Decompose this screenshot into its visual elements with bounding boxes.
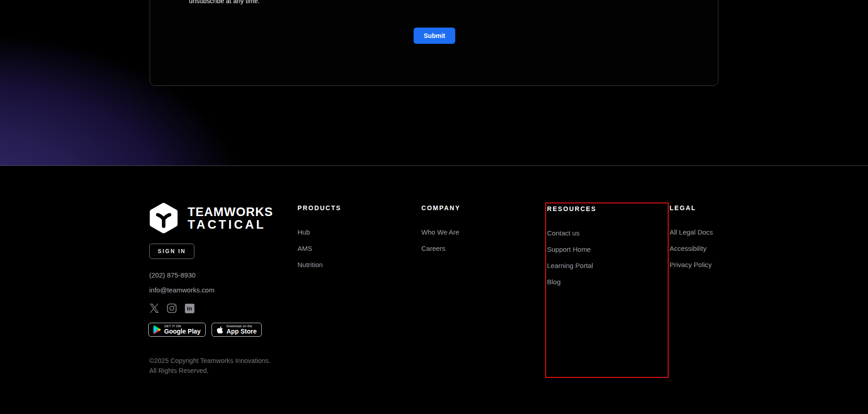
footer-link-accessibility[interactable]: Accessibility [670, 245, 713, 252]
instagram-icon[interactable] [167, 303, 177, 313]
footer-link-all-legal-docs[interactable]: All Legal Docs [670, 229, 713, 235]
footer-link-careers[interactable]: Careers [421, 245, 461, 252]
app-store-badges: GET IT ON Google Play Download on the Ap… [148, 323, 262, 337]
footer-link-who-we-are[interactable]: Who We Are [421, 229, 461, 235]
x-twitter-icon[interactable] [149, 303, 159, 313]
column-heading-products: PRODUCTS [297, 205, 341, 211]
column-heading-resources: RESOURCES [547, 206, 596, 212]
page: unsubscribe at any time. Submit TEAMWORK… [0, 0, 868, 414]
brand-name-line1: TEAMWORKS [188, 206, 273, 218]
sign-in-button[interactable]: SIGN IN [149, 244, 194, 259]
footer-link-contact-us[interactable]: Contact us [547, 230, 596, 236]
copyright-line2: All Rights Reserved. [149, 366, 270, 376]
submit-button[interactable]: Submit [414, 28, 455, 44]
google-play-label: Google Play [164, 328, 201, 335]
brand-name-line2: TACTICAL [188, 218, 273, 231]
app-store-badge[interactable]: Download on the App Store [212, 323, 262, 337]
linkedin-glyph: in [185, 304, 194, 313]
footer-link-learning-portal[interactable]: Learning Portal [547, 262, 596, 269]
copyright-line1: ©2025 Copyright Teamworks Innovations. [149, 356, 270, 366]
column-heading-legal: LEGAL [670, 205, 713, 211]
hexagon-y-logo-icon [149, 203, 178, 233]
footer-column-products: PRODUCTS Hub AMS Nutrition [297, 205, 341, 278]
footer-column-legal: LEGAL All Legal Docs Accessibility Priva… [670, 205, 713, 278]
linkedin-icon[interactable]: in [184, 303, 194, 313]
google-play-badge[interactable]: GET IT ON Google Play [148, 323, 206, 337]
footer-link-blog[interactable]: Blog [547, 278, 596, 285]
social-links: in [149, 303, 194, 313]
footer-column-resources: RESOURCES Contact us Support Home Learni… [547, 206, 596, 295]
brand-logo[interactable]: TEAMWORKS TACTICAL [149, 203, 273, 233]
footer-link-ams[interactable]: AMS [297, 245, 341, 252]
footer-link-privacy-policy[interactable]: Privacy Policy [670, 261, 713, 268]
column-heading-company: COMPANY [421, 205, 461, 211]
google-play-icon [153, 325, 161, 334]
footer-column-company: COMPANY Who We Are Careers [421, 205, 461, 261]
disclaimer-text: unsubscribe at any time. [189, 0, 260, 5]
footer: TEAMWORKS TACTICAL SIGN IN (202) 875-893… [0, 165, 868, 414]
footer-link-support-home[interactable]: Support Home [547, 246, 596, 253]
brand-wordmark: TEAMWORKS TACTICAL [188, 206, 273, 231]
phone-number[interactable]: (202) 875-8930 [149, 271, 196, 279]
email-address[interactable]: info@teamworks.com [149, 286, 214, 294]
footer-link-nutrition[interactable]: Nutrition [297, 261, 341, 268]
footer-link-hub[interactable]: Hub [297, 229, 341, 235]
newsletter-section: unsubscribe at any time. Submit [0, 0, 868, 165]
app-store-label: App Store [226, 328, 257, 335]
copyright-notice: ©2025 Copyright Teamworks Innovations. A… [149, 356, 270, 376]
apple-icon [217, 326, 223, 334]
